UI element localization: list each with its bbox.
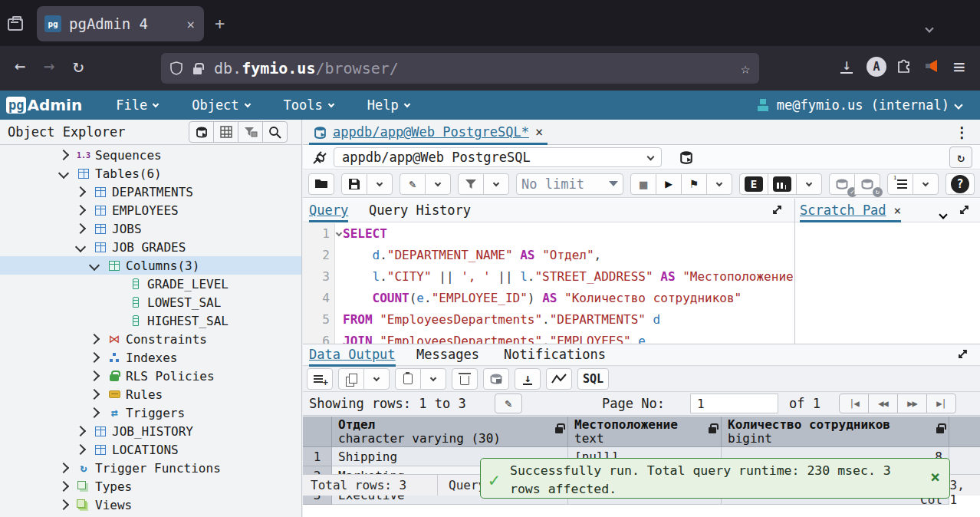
save-data-changes-button[interactable] (483, 368, 509, 390)
sql-editor[interactable]: 123456 SELECT d."DEPARTMENT_NAME" AS "От… (303, 223, 794, 344)
grid-column-header[interactable]: Отдел character varying (30) (332, 417, 568, 446)
connection-status-plug-icon[interactable] (311, 148, 331, 166)
expander-chevron-icon[interactable] (75, 426, 86, 436)
edit-dropdown-button[interactable] (425, 173, 451, 195)
tree-item-highest-sal[interactable]: HIGHEST_SAL (0, 311, 301, 330)
tab-close-icon[interactable]: × (185, 16, 196, 32)
tree-item-job-history[interactable]: JOB_HISTORY (0, 422, 301, 440)
expander-chevron-icon[interactable] (89, 407, 100, 418)
tree-item-grade-level[interactable]: GRADE_LEVEL (0, 275, 301, 293)
downloads-icon[interactable]: ↓ (840, 57, 853, 74)
bookmark-star-icon[interactable]: ☆ (741, 59, 750, 77)
graph-visualiser-button[interactable] (546, 368, 572, 390)
copy-dropdown-button[interactable] (363, 368, 390, 390)
tree-item-triggers[interactable]: ⇄Triggers (0, 403, 301, 422)
search-button[interactable] (262, 121, 288, 143)
stop-button[interactable]: ■ (630, 173, 656, 195)
new-tab-button[interactable]: + (215, 17, 225, 31)
expander-chevron-icon[interactable] (58, 499, 69, 510)
first-page-button[interactable]: |◀ (839, 394, 869, 413)
tree-item-indexes[interactable]: Indexes (0, 348, 301, 367)
sql-button[interactable]: SQL (577, 368, 609, 390)
panel-kebab-menu-icon[interactable]: ⋮ (955, 123, 969, 140)
expander-chevron-icon[interactable] (89, 370, 100, 381)
code-line[interactable]: l."CITY" || ', ' || l."STREET_ADDRESS" A… (343, 266, 794, 288)
tree-item-constraints[interactable]: ⋈Constraints (0, 330, 301, 348)
explain-analyze-chart-button[interactable] (768, 173, 797, 195)
tree-item-job-grades[interactable]: JOB GRADES (0, 238, 301, 256)
connection-select[interactable]: appdb/app@Web PostgreSQL (334, 147, 662, 167)
paste-button[interactable] (395, 368, 421, 390)
expander-chevron-icon[interactable] (58, 463, 69, 473)
firefox-view-icon[interactable] (8, 15, 26, 32)
tab-data-output[interactable]: Data Output (309, 347, 396, 367)
tab-query[interactable]: Query (309, 203, 348, 222)
hamburger-menu-icon[interactable]: ≡ (953, 55, 965, 78)
expander-chevron-icon[interactable] (89, 334, 100, 344)
edit-pencil-button[interactable]: ✎ (400, 173, 426, 195)
prev-page-button[interactable]: ◀◀ (868, 394, 898, 413)
copy-button[interactable] (338, 368, 364, 390)
expander-chevron-icon[interactable] (75, 205, 86, 216)
rollback-database-icon[interactable]: ↻ (854, 173, 880, 195)
tree-item-locations[interactable]: LOCATIONS (0, 440, 301, 459)
delete-row-button[interactable] (452, 368, 478, 390)
execute-play-button[interactable]: ▶ (656, 173, 682, 195)
back-button[interactable]: ← (6, 55, 34, 77)
filter-button[interactable] (238, 121, 263, 143)
commit-database-icon[interactable]: ✓ (829, 173, 855, 195)
tree-item-countries[interactable]: ◈countries (0, 514, 301, 517)
expander-chevron-icon[interactable] (75, 223, 86, 234)
tree-item-types[interactable]: Types (0, 477, 301, 496)
tree-item-columns-3-[interactable]: Columns(3) (0, 256, 301, 275)
scratch-pad-close-icon[interactable]: × (894, 203, 902, 218)
menu-tools[interactable]: Tools (284, 97, 334, 113)
menu-file[interactable]: File (116, 97, 158, 113)
menu-help[interactable]: Help (367, 97, 409, 113)
forward-button[interactable]: → (35, 55, 63, 77)
last-page-button[interactable]: ▶| (926, 394, 956, 413)
address-bar[interactable]: db.fymio.us/browser/ ☆ (161, 53, 759, 84)
user-menu[interactable]: me@fymio.us (internal) (755, 91, 962, 120)
add-row-button[interactable] (307, 368, 333, 390)
paste-dropdown-button[interactable] (420, 368, 446, 390)
tree-item-jobs[interactable]: JOBS (0, 219, 301, 238)
grid-corner-cell[interactable] (303, 417, 332, 446)
database-quick-search-button[interactable] (189, 121, 214, 143)
open-file-button[interactable] (308, 173, 334, 195)
tree-item-sequences[interactable]: 1.3Sequences (0, 146, 301, 164)
help-button[interactable]: ? (945, 173, 975, 195)
megaphone-extension-icon[interactable] (924, 58, 942, 74)
code-line[interactable]: COUNT(e."EMPLOYEE_ID") AS "Количество со… (343, 288, 794, 309)
grid-view-button[interactable] (213, 121, 238, 143)
tab-query-history[interactable]: Query History (369, 203, 471, 218)
expander-chevron-icon[interactable] (75, 242, 86, 252)
list-all-tabs-icon[interactable] (926, 20, 932, 35)
new-connection-database-icon[interactable] (673, 147, 700, 167)
expander-chevron-icon[interactable] (58, 150, 69, 160)
filter-dropdown-button[interactable] (483, 173, 509, 195)
execute-dropdown-button[interactable] (706, 173, 732, 195)
limit-select[interactable]: No limit (516, 173, 623, 195)
explain-dropdown-button[interactable] (796, 173, 822, 195)
code-line[interactable]: SELECT (343, 223, 794, 245)
expander-chevron-icon[interactable] (58, 481, 69, 492)
tree-item-departments[interactable]: DEPARTMENTS (0, 183, 301, 201)
tab-notifications[interactable]: Notifications (504, 347, 606, 362)
save-file-button[interactable] (341, 173, 367, 195)
execute-options-flag-button[interactable]: ⚑ (681, 173, 707, 195)
expander-chevron-icon[interactable] (89, 389, 100, 400)
lock-icon[interactable] (193, 68, 202, 74)
row-number[interactable]: 1 (303, 447, 332, 466)
tree-item-rules[interactable]: Rules (0, 385, 301, 403)
collapse-scratch-pad-icon[interactable] (940, 206, 946, 221)
explain-button[interactable]: E (739, 173, 768, 195)
tab-messages[interactable]: Messages (416, 347, 479, 362)
expander-chevron-icon[interactable] (58, 168, 69, 179)
tree-item-trigger-functions[interactable]: ↻Trigger Functions (0, 459, 301, 477)
code-line[interactable]: d."DEPARTMENT_NAME" AS "Отдел", (343, 245, 794, 266)
page-no-input[interactable] (690, 394, 778, 413)
query-tool-tab[interactable]: appdb/app@Web PostgreSQL* × (309, 121, 548, 145)
query-tool-tab-close-icon[interactable]: × (535, 124, 543, 140)
reload-button[interactable]: ↻ (64, 55, 92, 77)
